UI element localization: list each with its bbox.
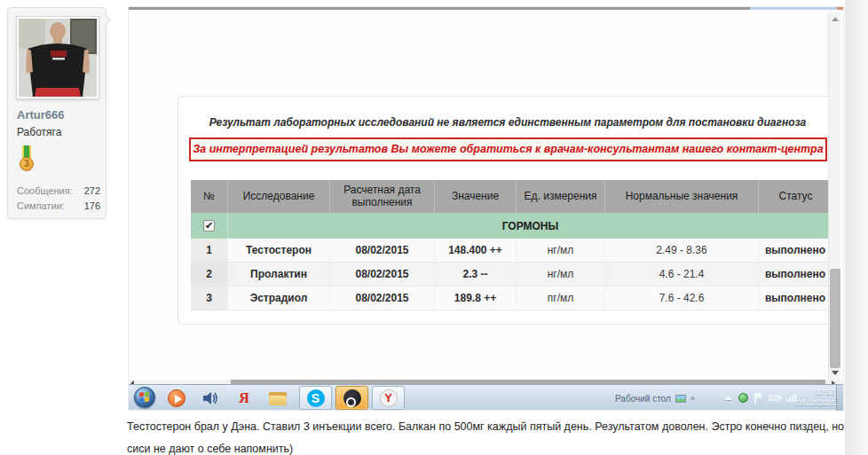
cell-num: 3 — [191, 286, 228, 310]
page-right-gutter — [845, 0, 868, 455]
media-player-icon[interactable] — [166, 388, 187, 409]
clock-time: 10:58 — [796, 387, 835, 397]
windows-taskbar: Я S Y Рабочий стол » — [129, 384, 843, 410]
col-header-normal: Нормальные значения — [605, 180, 759, 213]
post-body-text: Тестостерон брал у Дэна. Ставил 3 инъекц… — [127, 416, 846, 455]
show-desktop-button[interactable] — [836, 385, 843, 411]
username-link[interactable]: Artur666 — [17, 108, 101, 122]
system-tray — [725, 385, 796, 411]
network-signal-icon[interactable] — [786, 394, 796, 402]
cell-status: выполнено — [759, 239, 832, 263]
section-checkbox[interactable]: ✔ — [203, 220, 215, 231]
col-header-status: Статус — [759, 180, 832, 213]
cell-test-name: Тестостерон — [228, 239, 330, 263]
avatar[interactable] — [16, 16, 99, 99]
table-section-row: ✔ ГОРМОНЫ — [191, 213, 832, 239]
col-header-test: Исследование — [228, 180, 330, 213]
stat-messages-label: Сообщения: — [17, 185, 73, 196]
medal-icon: 3 — [19, 145, 35, 177]
stat-likes: Симпатии: 176 — [17, 200, 100, 214]
cell-normal: 7.6 - 42.6 — [605, 286, 759, 310]
section-checkbox-cell: ✔ — [191, 213, 228, 239]
stat-likes-value: 176 — [84, 200, 100, 211]
toolbar-chevron-icon[interactable]: » — [690, 394, 695, 403]
lab-warning-box: За интерпретацией результатов Вы можете … — [189, 137, 827, 161]
windows-flag-icon — [139, 391, 150, 403]
taskbar-clock[interactable]: 10:58 08.02.2015 — [796, 387, 835, 408]
stat-messages-value: 272 — [84, 185, 100, 196]
medal-coin: 3 — [20, 157, 34, 171]
cell-test-name: Пролактин — [228, 263, 330, 286]
browser-vscrollbar[interactable] — [828, 12, 840, 380]
desktop-toolbar-label: Рабочий стол — [615, 394, 671, 404]
cell-unit: нг/мл — [517, 239, 605, 263]
cell-num: 1 — [191, 239, 228, 263]
user-title: Работяга — [17, 126, 101, 138]
explorer-folder-icon[interactable] — [267, 388, 288, 409]
lab-disclaimer-text: Результат лабораторных исследований не я… — [182, 116, 833, 129]
avatar-image — [19, 19, 97, 97]
cell-test-name: Эстрадиол — [228, 286, 330, 310]
volume-icon[interactable] — [200, 388, 221, 409]
picture-icon — [675, 395, 686, 403]
table-row: 3 Эстрадиол 08/02/2015 189.8 ++ пг/мл 7.… — [191, 286, 832, 310]
action-center-flag-icon[interactable] — [754, 393, 762, 404]
cell-num: 2 — [191, 263, 228, 286]
col-header-date: Расчетная дата выполнения — [330, 180, 435, 213]
battery-icon[interactable] — [769, 395, 780, 401]
scroll-down-arrow-icon[interactable] — [832, 371, 839, 375]
cell-status: выполнено — [759, 263, 832, 286]
col-header-num: № — [191, 180, 228, 213]
stat-messages: Сообщения: 272 — [17, 185, 100, 199]
cell-unit: пг/мл — [517, 286, 605, 310]
yandex-icon[interactable]: Я — [233, 388, 255, 409]
stat-likes-label: Симпатии: — [17, 200, 65, 211]
cell-status: выполнено — [759, 286, 832, 310]
table-header-row: № Исследование Расчетная дата выполнения… — [191, 180, 832, 213]
steam-taskbar-button[interactable] — [335, 386, 368, 410]
user-card: Artur666 Работяга 3 Сообщения: 272 Симпа… — [7, 7, 107, 219]
skype-taskbar-button[interactable]: S — [299, 386, 332, 410]
lab-results-table: № Исследование Расчетная дата выполнения… — [191, 180, 832, 310]
lab-warning-text: За интерпретацией результатов Вы можете … — [191, 139, 825, 160]
cell-date: 08/02/2015 — [330, 263, 435, 286]
speaker-glyph — [202, 391, 218, 405]
cell-date: 08/02/2015 — [330, 286, 435, 310]
scroll-up-arrow-icon[interactable] — [832, 17, 839, 21]
cell-value: 148.400 ++ — [435, 239, 517, 263]
yandex-browser-icon: Y — [380, 389, 398, 407]
cell-value: 2.3 -- — [435, 263, 517, 286]
tray-green-app-icon[interactable] — [738, 393, 748, 403]
section-label: ГОРМОНЫ — [228, 213, 832, 239]
cell-unit: нг/мл — [517, 263, 605, 286]
col-header-value: Значение — [435, 180, 517, 213]
col-header-unit: Ед. измерения — [517, 180, 605, 213]
table-row: 1 Тестостерон 08/02/2015 148.400 ++ нг/м… — [191, 239, 832, 263]
steam-icon — [343, 389, 361, 407]
cell-normal: 4.6 - 21.4 — [605, 263, 759, 286]
yandex-browser-taskbar-button[interactable]: Y — [372, 386, 405, 410]
desktop-toolbar[interactable]: Рабочий стол » — [615, 392, 695, 404]
vscroll-thumb[interactable] — [830, 269, 840, 368]
table-row: 2 Пролактин 08/02/2015 2.3 -- нг/мл 4.6 … — [191, 263, 832, 286]
browser-page: Результат лабораторных исследований не я… — [129, 10, 843, 377]
hidden-icons-chevron-icon[interactable] — [725, 396, 732, 400]
start-button[interactable] — [134, 387, 155, 408]
clock-date: 08.02.2015 — [796, 397, 835, 408]
cell-value: 189.8 ++ — [435, 286, 517, 310]
skype-icon: S — [307, 389, 325, 407]
forum-post-page: Artur666 Работяга 3 Сообщения: 272 Симпа… — [0, 0, 868, 455]
cell-normal: 2.49 - 8.36 — [605, 239, 759, 263]
embedded-screenshot[interactable]: Результат лабораторных исследований не я… — [129, 7, 843, 410]
cell-date: 08/02/2015 — [330, 239, 435, 263]
